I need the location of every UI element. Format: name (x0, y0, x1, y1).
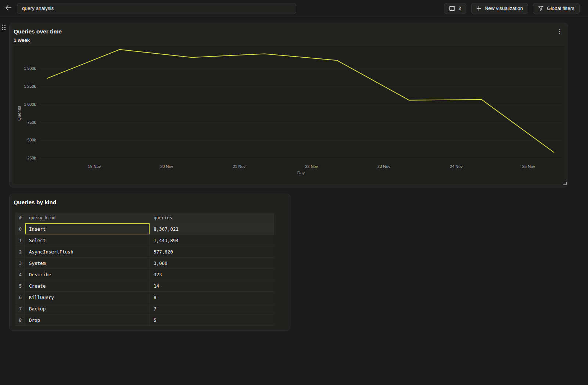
top-bar-actions: 2 New visualization Global filters (444, 3, 580, 14)
panel-drag-handle-icon[interactable] (2, 25, 7, 31)
row-index-cell[interactable]: 6 (15, 292, 25, 303)
row-index-cell[interactable]: 4 (15, 269, 25, 280)
global-filters-button[interactable]: Global filters (533, 3, 580, 14)
chart-panel-title: Queries over time (14, 28, 568, 35)
queries-value-cell[interactable]: 8 (150, 292, 274, 303)
kebab-menu-icon[interactable]: ⋮ (555, 28, 564, 35)
x-tick-label: 25 Nov (522, 164, 535, 169)
table-row: 8Drop5 (15, 314, 274, 326)
table-row: 6KillQuery8 (15, 292, 274, 303)
x-tick-label: 20 Nov (160, 164, 173, 169)
query-kind-cell[interactable]: KillQuery (25, 292, 150, 303)
queries-over-time-panel: Queries over time 1 week ⋮ 250k500k750k1… (9, 23, 568, 187)
queries-value-cell[interactable]: 1,443,894 (150, 235, 274, 246)
row-index-cell[interactable]: 7 (15, 303, 25, 314)
x-tick-label: 19 Nov (88, 164, 101, 169)
row-index-cell[interactable]: 0 (15, 223, 25, 234)
queries-over-time-chart[interactable]: 250k500k750k1 000k1 250k1 500k19 Nov20 N… (13, 46, 564, 184)
y-tick-label: 1 500k (24, 66, 36, 71)
x-axis-title: Day (297, 170, 305, 175)
query-kind-cell[interactable]: Create (25, 280, 150, 291)
queries-value-cell[interactable]: 8,307,021 (150, 223, 274, 234)
query-kind-cell[interactable]: AsyncInsertFlush (25, 246, 150, 257)
table-header-row: # query_kind queries (15, 213, 274, 223)
queries-by-kind-panel: Queries by kind # query_kind queries 0In… (9, 194, 290, 331)
query-kind-cell[interactable]: Backup (25, 303, 150, 314)
query-kind-cell[interactable]: System (25, 258, 150, 269)
table-row: 1Select1,443,894 (15, 235, 274, 246)
table-row: 7Backup7 (15, 303, 274, 314)
y-tick-label: 250k (27, 156, 36, 160)
table-row: 5Create14 (15, 280, 274, 292)
dashboard-name-input[interactable] (17, 3, 296, 14)
query-kind-cell[interactable]: Drop (25, 314, 150, 325)
row-index-cell[interactable]: 5 (15, 280, 25, 291)
table-row: 0Insert8,307,021 (15, 223, 274, 235)
queries-by-kind-table: # query_kind queries 0Insert8,307,0211Se… (15, 213, 274, 326)
new-visualization-label: New visualization (485, 6, 523, 11)
table-row: 3System3,060 (15, 258, 274, 269)
queries-value-cell[interactable]: 323 (150, 269, 274, 280)
visualizations-count: 2 (458, 6, 461, 11)
column-header-queries[interactable]: queries (150, 213, 274, 223)
x-tick-label: 22 Nov (305, 164, 318, 169)
x-tick-label: 23 Nov (377, 164, 390, 169)
column-header-query-kind[interactable]: query_kind (25, 213, 150, 223)
table-body: 0Insert8,307,0211Select1,443,8942AsyncIn… (15, 223, 274, 326)
x-tick-label: 21 Nov (233, 164, 245, 169)
query-kind-cell[interactable]: Describe (25, 269, 150, 280)
row-index-cell[interactable]: 2 (15, 246, 25, 257)
back-arrow-icon (5, 5, 12, 12)
table-row: 2AsyncInsertFlush577,820 (15, 246, 274, 258)
query-kind-cell[interactable]: Select (25, 235, 150, 246)
panel-icon (449, 6, 455, 11)
queries-chart-svg: 250k500k750k1 000k1 250k1 500k19 Nov20 N… (13, 46, 564, 184)
back-button[interactable] (3, 4, 14, 12)
new-visualization-button[interactable]: New visualization (471, 3, 528, 14)
row-index-cell[interactable]: 1 (15, 235, 25, 246)
funnel-icon (538, 6, 544, 11)
chart-panel-subtitle: 1 week (14, 37, 568, 43)
queries-value-cell[interactable]: 577,820 (150, 246, 274, 257)
y-tick-label: 750k (27, 120, 36, 125)
resize-handle-icon[interactable] (563, 182, 567, 185)
row-index-cell[interactable]: 3 (15, 258, 25, 269)
query-kind-cell[interactable]: Insert (25, 223, 150, 234)
queries-value-cell[interactable]: 14 (150, 280, 274, 291)
visualizations-count-button[interactable]: 2 (444, 3, 466, 14)
table-panel-title: Queries by kind (14, 199, 290, 206)
y-tick-label: 500k (27, 138, 36, 142)
queries-value-cell[interactable]: 7 (150, 303, 274, 314)
row-index-cell[interactable]: 8 (15, 314, 25, 325)
global-filters-label: Global filters (547, 6, 574, 11)
plus-icon (476, 6, 481, 11)
column-header-index: # (15, 213, 25, 223)
y-axis-title: Queries (17, 106, 21, 121)
queries-line-series (47, 50, 554, 152)
queries-value-cell[interactable]: 3,060 (150, 258, 274, 269)
queries-value-cell[interactable]: 5 (150, 314, 274, 325)
top-bar: 2 New visualization Global filters (0, 0, 588, 17)
x-tick-label: 24 Nov (450, 164, 463, 169)
y-tick-label: 1 250k (24, 84, 36, 89)
table-row: 4Describe323 (15, 269, 274, 280)
y-tick-label: 1 000k (24, 102, 36, 107)
